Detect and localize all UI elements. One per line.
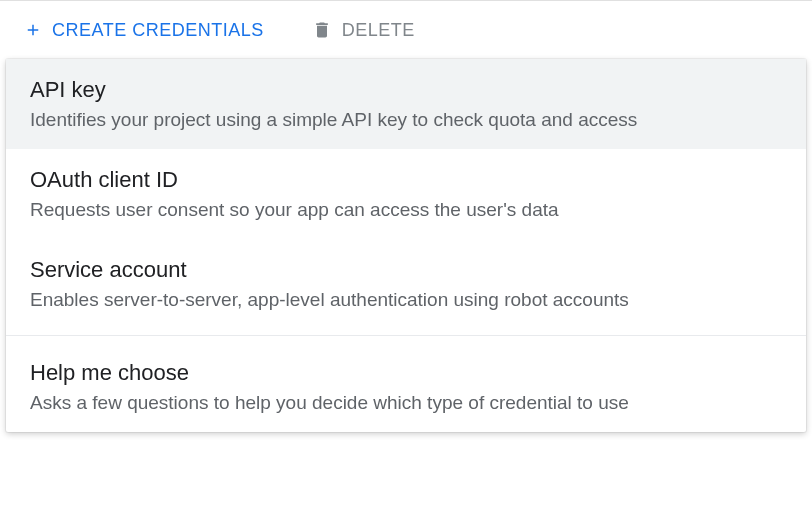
toolbar: CREATE CREDENTIALS DELETE xyxy=(0,1,812,59)
menu-item-title: API key xyxy=(30,77,782,103)
plus-icon xyxy=(24,21,42,39)
menu-item-service-account[interactable]: Service account Enables server-to-server… xyxy=(6,239,806,329)
trash-icon xyxy=(312,19,332,41)
menu-item-help-me-choose[interactable]: Help me choose Asks a few questions to h… xyxy=(6,342,806,432)
menu-item-oauth-client-id[interactable]: OAuth client ID Requests user consent so… xyxy=(6,149,806,239)
menu-item-api-key[interactable]: API key Identifies your project using a … xyxy=(6,59,806,149)
delete-button[interactable]: DELETE xyxy=(312,19,415,41)
create-credentials-label: CREATE CREDENTIALS xyxy=(52,20,264,41)
menu-item-description: Requests user consent so your app can ac… xyxy=(30,199,782,221)
menu-divider xyxy=(6,335,806,336)
menu-item-description: Asks a few questions to help you decide … xyxy=(30,392,782,414)
create-credentials-button[interactable]: CREATE CREDENTIALS xyxy=(24,20,264,41)
menu-item-title: Service account xyxy=(30,257,782,283)
menu-item-title: Help me choose xyxy=(30,360,782,386)
delete-label: DELETE xyxy=(342,20,415,41)
menu-item-description: Enables server-to-server, app-level auth… xyxy=(30,289,782,311)
menu-item-title: OAuth client ID xyxy=(30,167,782,193)
menu-item-description: Identifies your project using a simple A… xyxy=(30,109,782,131)
create-credentials-dropdown: API key Identifies your project using a … xyxy=(6,59,806,432)
